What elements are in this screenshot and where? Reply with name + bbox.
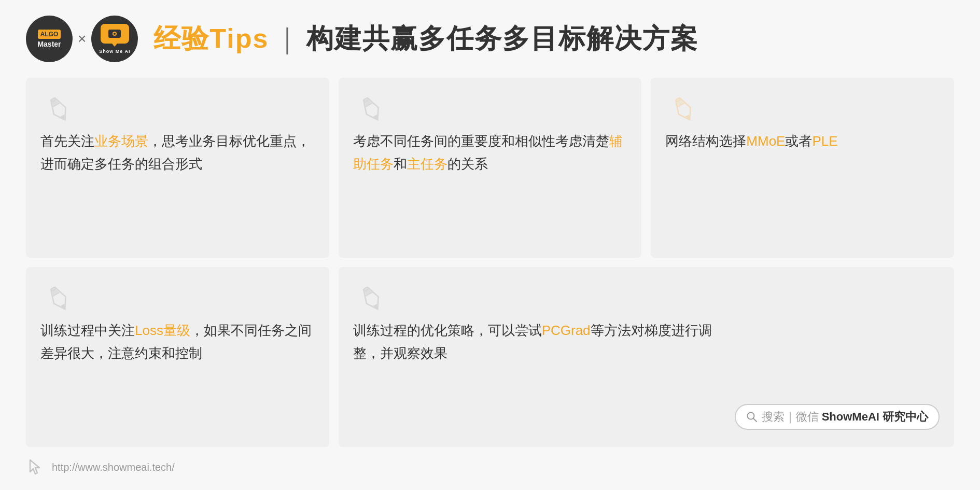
pen-icon-area-3 xyxy=(665,88,940,130)
pen-icon-area-4 xyxy=(40,277,315,319)
highlight-2a: 辅助任务 xyxy=(353,133,623,172)
pen-icon-2 xyxy=(353,91,389,127)
svg-point-2 xyxy=(114,33,116,35)
page-title: 经验Tips｜构建共赢多任务多目标解决方案 xyxy=(153,21,698,57)
tip-card-4: 训练过程中关注Loss量级，如果不同任务之间差异很大，注意约束和控制 xyxy=(26,267,329,447)
pen-icon-4 xyxy=(40,280,77,316)
pen-icon-3 xyxy=(665,91,702,127)
search-prefix: 搜索｜微信 xyxy=(762,410,819,423)
highlight-1: 业务场景 xyxy=(94,133,148,149)
tip-card-5: 训练过程的优化策略，可以尝试PCGrad等方法对梯度进行调整，并观察效果 搜索｜… xyxy=(339,267,954,447)
page-wrapper: ALGO Master × Show Me AI 经验Tips｜构建共赢多任务多… xyxy=(0,0,980,490)
highlight-5: PCGrad xyxy=(542,323,591,338)
showme-ai-text: Show Me AI xyxy=(99,49,130,54)
showme-screen xyxy=(101,24,129,44)
title-black: 构建共赢多任务多目标解决方案 xyxy=(306,23,698,53)
pen-icon-area-5 xyxy=(353,277,724,319)
svg-marker-8 xyxy=(359,95,383,123)
pen-icon-area-2 xyxy=(353,88,627,130)
title-orange: 经验Tips xyxy=(153,23,269,53)
svg-line-29 xyxy=(753,418,757,422)
search-icon xyxy=(746,411,758,423)
title-divider: ｜ xyxy=(274,23,301,53)
showme-logo: Show Me AI xyxy=(91,16,138,62)
header: ALGO Master × Show Me AI 经验Tips｜构建共赢多任务多… xyxy=(26,16,954,62)
highlight-2b: 主任务 xyxy=(407,156,447,172)
pen-icon-area-1 xyxy=(40,88,315,130)
tip-text-5: 训练过程的优化策略，可以尝试PCGrad等方法对梯度进行调整，并观察效果 xyxy=(353,319,724,365)
algo-text: ALGO xyxy=(38,30,61,39)
footer-url: http://www.showmeai.tech/ xyxy=(52,461,175,473)
x-separator: × xyxy=(78,31,86,47)
pen-icon-1 xyxy=(40,91,77,127)
svg-marker-3 xyxy=(47,95,71,123)
tip-card-1: 首先关注业务场景，思考业务目标优化重点，进而确定多任务的组合形式 xyxy=(26,78,329,258)
highlight-4: Loss量级 xyxy=(135,323,190,338)
algo-master-logo: ALGO Master xyxy=(26,16,73,62)
tip-text-2: 考虑不同任务间的重要度和相似性考虑清楚辅助任务和主任务的关系 xyxy=(353,130,627,175)
tip-card-3: 网络结构选择MMoE或者PLE xyxy=(651,78,954,258)
footer-left: http://www.showmeai.tech/ xyxy=(26,457,175,477)
svg-marker-23 xyxy=(359,285,383,312)
footer: http://www.showmeai.tech/ xyxy=(26,455,954,480)
highlight-3a: MMoE xyxy=(746,133,785,149)
search-box[interactable]: 搜索｜微信 ShowMeAI 研究中心 xyxy=(735,404,940,430)
highlight-3b: PLE xyxy=(812,133,837,149)
pen-icon-5 xyxy=(353,280,389,316)
svg-marker-13 xyxy=(672,95,696,123)
tip-text-1: 首先关注业务场景，思考业务目标优化重点，进而确定多任务的组合形式 xyxy=(40,130,315,175)
master-text: Master xyxy=(37,40,61,48)
svg-marker-18 xyxy=(47,285,71,312)
search-brand: ShowMeAI 研究中心 xyxy=(819,410,928,423)
tip-card-2: 考虑不同任务间的重要度和相似性考虑清楚辅助任务和主任务的关系 xyxy=(339,78,642,258)
showme-screen-icon xyxy=(107,29,122,39)
tip-text-4: 训练过程中关注Loss量级，如果不同任务之间差异很大，注意约束和控制 xyxy=(40,319,315,365)
search-label: 搜索｜微信 ShowMeAI 研究中心 xyxy=(762,409,928,425)
cursor-icon xyxy=(26,457,46,477)
tip-text-3: 网络结构选择MMoE或者PLE xyxy=(665,130,940,152)
logo-area: ALGO Master × Show Me AI xyxy=(26,16,138,62)
